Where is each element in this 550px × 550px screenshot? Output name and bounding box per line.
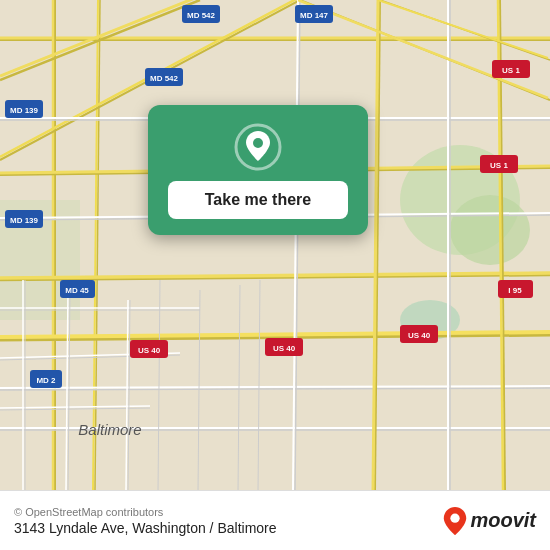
map-svg: MD 542 MD 147 MD 147 MD 542 MD 139 MD 13… [0,0,550,490]
svg-text:MD 45: MD 45 [65,286,89,295]
map-container: MD 542 MD 147 MD 147 MD 542 MD 139 MD 13… [0,0,550,490]
address-text: 3143 Lyndale Ave, Washington / Baltimore [14,520,423,536]
svg-text:I 95: I 95 [508,286,522,295]
svg-text:US 1: US 1 [502,66,520,75]
svg-text:MD 139: MD 139 [10,106,39,115]
svg-point-2 [450,195,530,265]
svg-point-89 [253,138,263,148]
location-pin-icon [234,123,282,171]
bottom-bar: © OpenStreetMap contributors 3143 Lyndal… [0,490,550,550]
svg-text:MD 2: MD 2 [36,376,56,385]
svg-text:MD 542: MD 542 [187,11,216,20]
popup-card: Take me there [148,105,368,235]
svg-point-90 [451,513,460,522]
svg-text:MD 542: MD 542 [150,74,179,83]
moovit-brand-name: moovit [470,509,536,532]
moovit-pin-icon [443,507,467,535]
svg-text:US 40: US 40 [138,346,161,355]
svg-text:US 1: US 1 [490,161,508,170]
svg-text:Baltimore: Baltimore [78,421,141,438]
take-me-there-button[interactable]: Take me there [168,181,348,219]
svg-text:MD 147: MD 147 [300,11,329,20]
svg-text:US 40: US 40 [273,344,296,353]
copyright-text: © OpenStreetMap contributors [14,506,433,518]
svg-text:US 40: US 40 [408,331,431,340]
svg-text:MD 139: MD 139 [10,216,39,225]
moovit-logo: moovit [443,507,536,535]
